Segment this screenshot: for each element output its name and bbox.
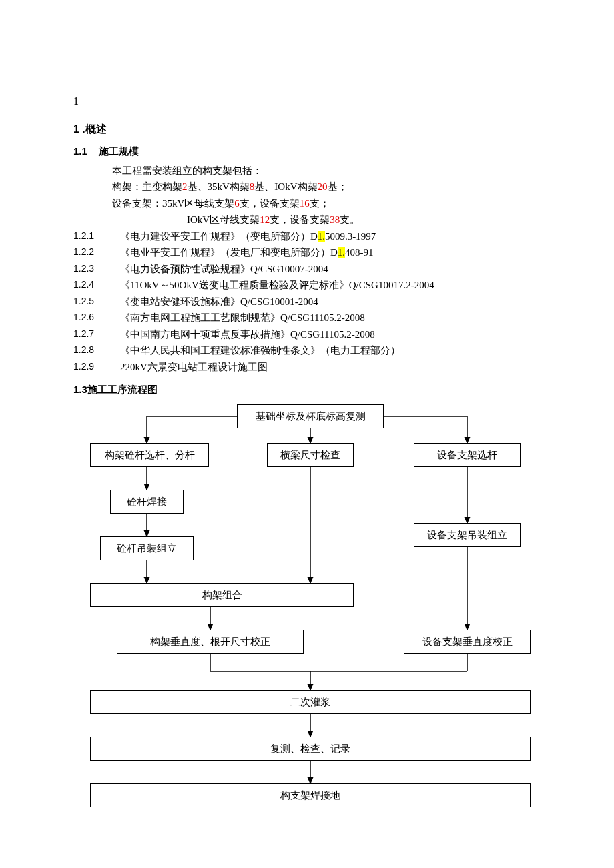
- flow-mid-1: 横梁尺寸检查: [267, 443, 354, 468]
- ref-num: 1.2.4: [73, 278, 107, 293]
- flow-left-5: 构架垂直度、根开尺寸校正: [117, 630, 304, 655]
- ref-item: 1.2.5《变电站安健环设施标准》Q/CSG10001-2004: [73, 294, 547, 310]
- frame-val-1: 2: [182, 181, 188, 192]
- flow-left-2: 砼杆焊接: [110, 490, 184, 514]
- ref-num: 1.2.1: [73, 229, 107, 244]
- ref-item: 1.2.9220kV六景变电站工程设计施工图: [73, 360, 547, 375]
- ref-text: 《11OkV～50OkV送变电工程质量检验及评定标准》Q/CSG10017.2-…: [120, 278, 434, 293]
- frame-val-3: 20: [318, 181, 328, 192]
- section-11-title: 施工规模: [99, 145, 139, 157]
- flowchart: 基础坐标及杯底标高复测 构架砼杆选杆、分杆 横梁尺寸检查 设备支架选杆 砼杆焊接…: [73, 404, 547, 851]
- ref-item: 1.2.7《中国南方电网十项重点反事故措施》Q/CSG11105.2-2008: [73, 327, 547, 342]
- flow-right-2: 设备支架吊装组立: [414, 523, 521, 548]
- frame-mid-1: 基、35kV构架: [188, 181, 250, 192]
- section-11-heading: 1.1 施工规模: [73, 144, 547, 159]
- section-13-heading: 1.3施工工序流程图: [73, 382, 547, 398]
- flow-right-1: 设备支架选杆: [414, 443, 521, 468]
- equip-line-2: IOkV区母线支架12支，设备支架38支。: [73, 212, 547, 228]
- ref-num: 1.2.9: [73, 360, 107, 375]
- ref-item: 1.2.1《电力建设平安工作规程》（变电所部分）D1.5009.3-1997: [73, 229, 547, 244]
- equip-val-1: 6: [234, 198, 240, 209]
- ref-pre: 《电业平安工作规程》（发电厂和变电所部分）D: [120, 247, 338, 258]
- ref-item: 1.2.6《南方电网工程施工工艺限制规范》Q/CSG11105.2-2008: [73, 310, 547, 326]
- flow-right-3: 设备支架垂直度校正: [404, 630, 531, 655]
- ref-post: 408-91: [345, 247, 374, 258]
- ref-text: 220kV六景变电站工程设计施工图: [120, 360, 268, 375]
- intro-paragraph: 本工程需安装组立的构支架包括：: [73, 163, 547, 179]
- ref-text: 《南方电网工程施工工艺限制规范》Q/CSG11105.2-2008: [120, 310, 365, 326]
- ref-text: 《电业平安工作规程》（发电厂和变电所部分）D1.408-91: [120, 245, 374, 260]
- ref-num: 1.2.6: [73, 310, 107, 326]
- ref-num: 1.2.5: [73, 294, 107, 310]
- section-1-num: 1: [73, 123, 79, 135]
- flow-left-4: 构架组合: [90, 583, 354, 608]
- equip2-suffix: 支。: [340, 214, 360, 225]
- equip2-val-1: 12: [260, 214, 270, 225]
- ref-highlight: 1.: [338, 247, 345, 258]
- frame-mid-2: 基、IOkV构架: [254, 181, 317, 192]
- flow-left-3: 砼杆吊装组立: [100, 536, 194, 561]
- ref-text: 《变电站安健环设施标准》Q/CSG10001-2004: [120, 294, 318, 310]
- ref-text: 《电力建设平安工作规程》（变电所部分）D1.5009.3-1997: [120, 229, 376, 244]
- ref-num: 1.2.3: [73, 262, 107, 277]
- ref-num: 1.2.7: [73, 327, 107, 342]
- flow-b2: 复测、检查、记录: [90, 737, 531, 761]
- equip-val-2: 16: [300, 198, 310, 209]
- ref-highlight: 1.: [318, 231, 325, 242]
- page-number: 1: [73, 93, 547, 109]
- flow-b1: 二次灌浆: [90, 690, 531, 715]
- ref-pre: 《电力建设平安工作规程》（变电所部分）D: [120, 231, 318, 242]
- equip-line-1: 设备支架：35kV区母线支架6支，设备支架16支；: [73, 196, 547, 211]
- equip-prefix: 设备支架：35kV区母线支架: [112, 198, 234, 209]
- ref-num: 1.2.2: [73, 245, 107, 260]
- equip2-prefix: IOkV区母线支架: [187, 214, 260, 225]
- equip-mid-1: 支，设备支架: [240, 198, 300, 209]
- section-1-title: .概述: [82, 123, 106, 135]
- equip2-val-2: 38: [330, 214, 340, 225]
- ref-text: 《中国南方电网十项重点反事故措施》Q/CSG11105.2-2008: [120, 327, 375, 342]
- frame-prefix: 构架：主变构架: [112, 181, 182, 192]
- flow-top: 基础坐标及杯底标高复测: [237, 404, 384, 429]
- flow-b3: 构支架焊接地: [90, 783, 531, 808]
- reference-list: 1.2.1《电力建设平安工作规程》（变电所部分）D1.5009.3-1997 1…: [73, 229, 547, 375]
- ref-text: 《中华人民共和国工程建设标准强制性条文》（电力工程部分）: [120, 343, 400, 358]
- section-11-num: 1.1: [73, 145, 87, 157]
- ref-num: 1.2.8: [73, 343, 107, 358]
- equip-suffix-1: 支；: [310, 198, 330, 209]
- ref-item: 1.2.8《中华人民共和国工程建设标准强制性条文》（电力工程部分）: [73, 343, 547, 358]
- flow-left-1: 构架砼杆选杆、分杆: [90, 443, 209, 468]
- ref-item: 1.2.2《电业平安工作规程》（发电厂和变电所部分）D1.408-91: [73, 245, 547, 260]
- ref-item: 1.2.4《11OkV～50OkV送变电工程质量检验及评定标准》Q/CSG100…: [73, 278, 547, 293]
- frame-suffix: 基；: [328, 181, 348, 192]
- ref-text: 《电力设备预防性试验规程》Q/CSG10007-2004: [120, 262, 328, 277]
- section-1-heading: 1 .概述: [73, 121, 547, 137]
- frame-line: 构架：主变构架2基、35kV构架8基、IOkV构架20基；: [73, 179, 547, 195]
- ref-post: 5009.3-1997: [325, 231, 376, 242]
- equip2-mid: 支，设备支架: [270, 214, 330, 225]
- ref-item: 1.2.3《电力设备预防性试验规程》Q/CSG10007-2004: [73, 262, 547, 277]
